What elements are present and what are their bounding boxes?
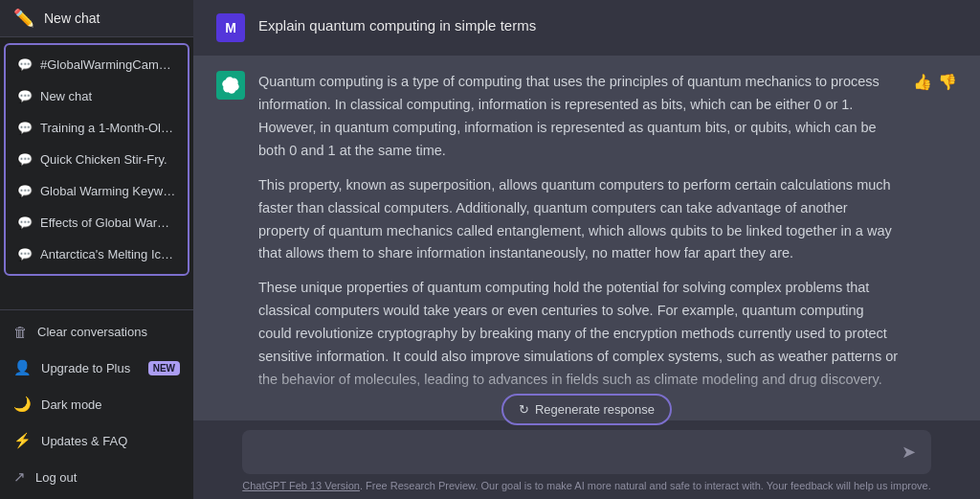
logout-label: Log out <box>35 470 77 485</box>
plus-icon: ✏️ <box>13 8 34 29</box>
input-area: ↻ Regenerate response ➤ ChatGPT Feb 13 V… <box>193 420 980 499</box>
send-icon: ➤ <box>902 442 916 462</box>
ai-avatar <box>216 71 245 100</box>
conversations-list: 💬 #GlobalWarmingCampaign 💬 New chat 💬 Tr… <box>4 43 189 276</box>
chat-icon: 💬 <box>17 152 33 167</box>
chat-icon: 💬 <box>17 215 33 230</box>
logout-button[interactable]: ↗ Log out <box>0 459 193 495</box>
thumbs-down-icon[interactable]: 👎 <box>938 73 957 91</box>
new-chat-label: New chat <box>44 11 100 26</box>
footer-link[interactable]: ChatGPT Feb 13 Version <box>242 480 360 491</box>
sidebar-item-text: #GlobalWarmingCampaign <box>40 57 176 72</box>
chat-icon: 💬 <box>17 89 33 103</box>
sidebar-item-training-kitten[interactable]: 💬 Training a 1-Month-Old Kitte <box>6 112 188 144</box>
sidebar-bottom: 🗑 Clear conversations 👤 Upgrade to Plus … <box>0 309 193 499</box>
sidebar-item-quick-chicken[interactable]: 💬 Quick Chicken Stir-Fry. <box>6 144 188 175</box>
footer-text: ChatGPT Feb 13 Version. Free Research Pr… <box>242 480 930 491</box>
footer-description: . Free Research Preview. Our goal is to … <box>360 480 931 491</box>
main-content: M Explain quantum computing in simple te… <box>193 0 980 499</box>
regenerate-label: Regenerate response <box>535 402 655 417</box>
ai-paragraph-1: Quantum computing is a type of computing… <box>258 71 900 163</box>
chat-icon: 💬 <box>17 121 33 135</box>
ai-paragraph-3: These unique properties of quantum compu… <box>258 277 900 392</box>
new-badge: NEW <box>148 361 180 375</box>
regenerate-icon: ↻ <box>519 402 529 417</box>
user-message-text: Explain quantum computing in simple term… <box>258 13 536 34</box>
user-avatar: M <box>216 13 245 42</box>
dark-mode-button[interactable]: 🌙 Dark mode <box>0 386 193 422</box>
sidebar-item-text: Global Warming Keywords. <box>40 184 176 198</box>
sidebar-item-text: Effects of Global Warming <box>40 215 176 230</box>
clear-conversations-button[interactable]: 🗑 Clear conversations <box>0 314 193 350</box>
chat-input[interactable] <box>242 430 931 474</box>
chat-icon: 💬 <box>17 57 33 72</box>
ai-message: Quantum computing is a type of computing… <box>193 56 980 420</box>
sidebar-item-new-chat[interactable]: 💬 New chat <box>6 80 188 112</box>
sidebar-item-text: Training a 1-Month-Old Kitte <box>40 121 176 135</box>
ai-message-content: Quantum computing is a type of computing… <box>258 71 900 392</box>
logout-icon: ↗ <box>13 468 26 486</box>
sidebar: ✏️ New chat 💬 #GlobalWarmingCampaign 💬 N… <box>0 0 193 499</box>
send-button[interactable]: ➤ <box>898 438 920 466</box>
updates-label: Updates & FAQ <box>41 434 127 448</box>
user-icon: 👤 <box>13 359 32 376</box>
moon-icon: 🌙 <box>13 396 32 413</box>
upgrade-to-plus-button[interactable]: 👤 Upgrade to Plus NEW <box>0 350 193 386</box>
sidebar-item-global-warming-campaign[interactable]: 💬 #GlobalWarmingCampaign <box>6 49 188 80</box>
info-icon: ⚡ <box>13 432 32 449</box>
dark-mode-label: Dark mode <box>41 397 102 412</box>
sidebar-item-effects-global-warming[interactable]: 💬 Effects of Global Warming <box>6 207 188 238</box>
new-chat-button[interactable]: ✏️ New chat <box>0 0 193 37</box>
chat-icon: 💬 <box>17 184 33 198</box>
updates-faq-button[interactable]: ⚡ Updates & FAQ <box>0 422 193 459</box>
upgrade-label: Upgrade to Plus <box>41 361 130 375</box>
regenerate-button[interactable]: ↻ Regenerate response <box>501 394 672 425</box>
clear-label: Clear conversations <box>37 325 147 339</box>
trash-icon: 🗑 <box>13 324 28 340</box>
input-container: ↻ Regenerate response ➤ <box>242 430 931 474</box>
chat-icon: 💬 <box>17 247 33 261</box>
ai-paragraph-2: This property, known as superposition, a… <box>258 174 900 266</box>
sidebar-item-text: Antarctica's Melting Ice Cap <box>40 247 176 261</box>
sidebar-item-antarctica-melting[interactable]: 💬 Antarctica's Melting Ice Cap <box>6 238 188 270</box>
sidebar-item-text: New chat <box>40 89 92 103</box>
sidebar-item-global-warming-keywords[interactable]: 💬 Global Warming Keywords. <box>6 175 188 207</box>
feedback-icons: 👍 👎 <box>913 73 957 91</box>
user-message: M Explain quantum computing in simple te… <box>193 0 980 56</box>
sidebar-item-text: Quick Chicken Stir-Fry. <box>40 152 167 167</box>
thumbs-up-icon[interactable]: 👍 <box>913 73 932 91</box>
